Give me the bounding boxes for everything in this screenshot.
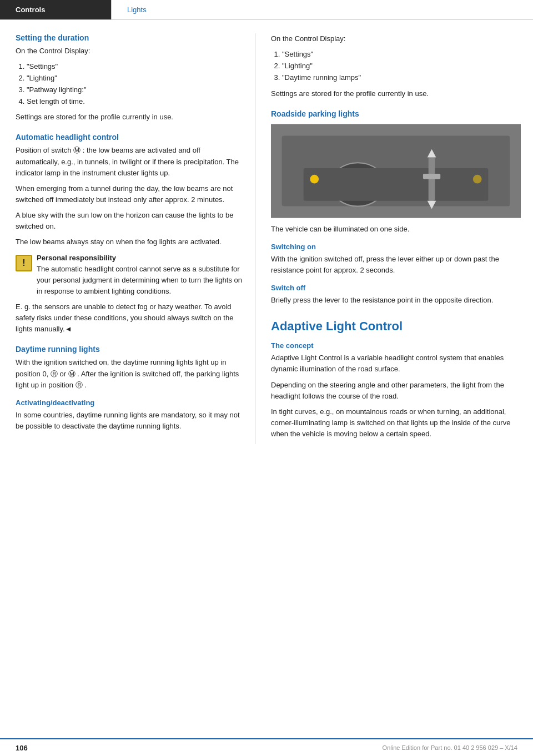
warning-content: Personal responsibility The automatic he… — [37, 254, 243, 297]
warning-icon: ! — [16, 255, 32, 271]
daytime-step-3: "Daytime running lamps" — [282, 72, 521, 84]
setting-duration-title: Setting the duration — [16, 33, 243, 42]
section-auto-headlight: Automatic headlight control Position of … — [16, 133, 243, 335]
section-daytime-running: Daytime running lights With the ignition… — [16, 345, 243, 432]
section-setting-duration: Setting the duration On the Control Disp… — [16, 33, 243, 123]
header-lights-tab[interactable]: Lights — [111, 0, 162, 19]
right-column: On the Control Display: "Settings" "Ligh… — [255, 33, 533, 444]
left-column: Setting the duration On the Control Disp… — [0, 33, 255, 444]
roadside-parking-caption: The vehicle can be illuminated on one si… — [271, 224, 521, 235]
main-content: Setting the duration On the Control Disp… — [0, 20, 533, 444]
setting-step-3: "Pathway lighting:" — [27, 84, 243, 96]
roadside-parking-title: Roadside parking lights — [271, 109, 521, 118]
page-header: Controls Lights — [0, 0, 533, 20]
warning-text: The automatic headlight control cannot s… — [37, 264, 243, 297]
adaptive-light-para1: Adaptive Light Control is a variable hea… — [271, 352, 521, 375]
daytime-cont-footer: Settings are stored for the profile curr… — [271, 88, 521, 99]
adaptive-light-para2: Depending on the steering angle and othe… — [271, 380, 521, 402]
adaptive-light-title: Adaptive Light Control — [271, 319, 521, 334]
warning-box: ! Personal responsibility The automatic … — [16, 254, 243, 297]
daytime-running-para1: With the ignition switched on, the dayti… — [16, 357, 243, 390]
activating-deactivating-title: Activating/deactivating — [16, 399, 243, 407]
header-controls-tab[interactable]: Controls — [0, 0, 111, 19]
setting-step-2: "Lighting" — [27, 73, 243, 84]
lights-label: Lights — [127, 6, 147, 14]
switch-off-title: Switch off — [271, 284, 521, 292]
daytime-cont-intro: On the Control Display: — [271, 33, 521, 44]
activating-deactivating-para: In some countries, daytime running light… — [16, 410, 243, 432]
auto-headlight-para3: A blue sky with the sun low on the horiz… — [16, 210, 243, 232]
section-daytime-cont: On the Control Display: "Settings" "Ligh… — [271, 33, 521, 99]
svg-point-12 — [473, 175, 482, 184]
auto-headlight-para2: When emerging from a tunnel during the d… — [16, 183, 243, 205]
the-concept-title: The concept — [271, 341, 521, 350]
setting-duration-intro: On the Control Display: — [16, 46, 243, 57]
svg-rect-6 — [304, 168, 489, 201]
setting-step-1: "Settings" — [27, 61, 243, 73]
section-adaptive-light: Adaptive Light Control The concept Adapt… — [271, 319, 521, 440]
auto-headlight-title: Automatic headlight control — [16, 133, 243, 142]
footer-text: Online Edition for Part no. 01 40 2 956 … — [383, 744, 517, 751]
switching-on-para: With the ignition switched off, press th… — [271, 254, 521, 276]
page-footer: 106 Online Edition for Part no. 01 40 2 … — [0, 738, 533, 756]
daytime-step-2: "Lighting" — [282, 61, 521, 72]
page-number: 106 — [16, 744, 28, 752]
svg-rect-7 — [429, 157, 435, 200]
daytime-cont-steps: "Settings" "Lighting" "Daytime running l… — [271, 49, 521, 83]
setting-duration-steps: "Settings" "Lighting" "Pathway lighting:… — [16, 61, 243, 107]
switch-off-para: Briefly press the lever to the resistanc… — [271, 295, 521, 306]
setting-step-4: Set length of time. — [27, 96, 243, 108]
daytime-running-title: Daytime running lights — [16, 345, 243, 354]
switching-on-title: Switching on — [271, 243, 521, 251]
controls-label: Controls — [16, 6, 45, 14]
auto-headlight-para1: Position of switch Ⓜ : the low beams are… — [16, 145, 243, 178]
auto-headlight-para5: E. g. the sensors are unable to detect f… — [16, 301, 243, 335]
setting-duration-footer: Settings are stored for the profile curr… — [16, 112, 243, 123]
svg-point-11 — [310, 175, 319, 184]
warning-title: Personal responsibility — [37, 254, 243, 262]
section-roadside-parking: Roadside parking lights — [271, 109, 521, 306]
adaptive-light-para3: In tight curves, e.g., on mountainous ro… — [271, 406, 521, 440]
roadside-parking-image — [271, 124, 521, 218]
svg-rect-8 — [423, 174, 440, 179]
auto-headlight-para4: The low beams always stay on when the fo… — [16, 236, 243, 248]
daytime-step-1: "Settings" — [282, 49, 521, 61]
